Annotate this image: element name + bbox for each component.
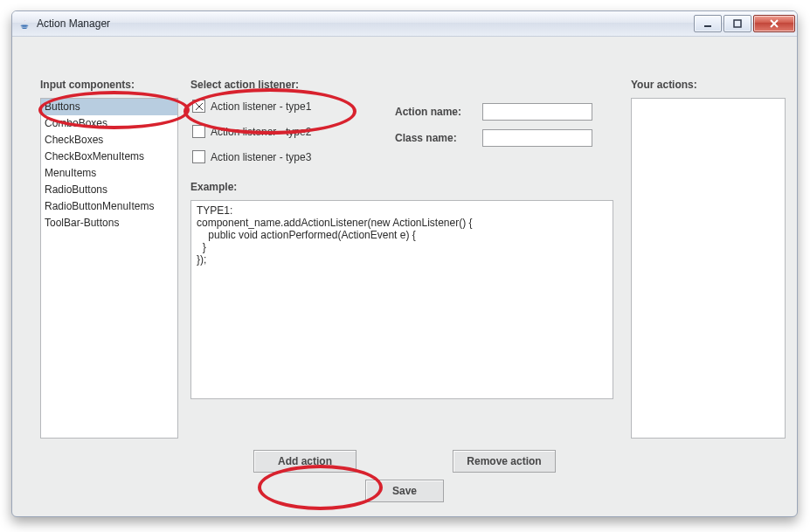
your-actions-heading: Your actions: [631, 79, 784, 91]
select-listener-heading: Select action listener: [190, 79, 610, 91]
input-components-panel: Input components: ButtonsComboBoxesCheck… [40, 79, 180, 439]
save-button[interactable]: Save [365, 480, 444, 502]
maximize-button[interactable] [723, 15, 751, 32]
input-component-item[interactable]: Buttons [41, 99, 177, 115]
action-name-label: Action name: [395, 106, 482, 118]
input-component-item[interactable]: RadioButtonMenuItems [41, 198, 177, 215]
your-actions-panel: Your actions: [631, 79, 784, 439]
input-component-item[interactable]: MenuItems [41, 165, 177, 182]
class-name-label: Class name: [395, 132, 482, 144]
minimize-button[interactable] [694, 15, 722, 32]
input-component-item[interactable]: CheckBoxes [41, 132, 177, 149]
example-heading: Example: [190, 181, 610, 193]
titlebar[interactable]: Action Manager [12, 11, 797, 37]
action-fields: Action name: Class name: [395, 103, 592, 155]
input-component-item[interactable]: ToolBar-Buttons [41, 215, 177, 231]
listener-label: Action listener - type3 [211, 151, 311, 163]
window-frame: Action Manager Input components: Buttons… [11, 10, 798, 517]
input-components-list[interactable]: ButtonsComboBoxesCheckBoxesCheckBoxMenuI… [40, 98, 178, 439]
example-code-box[interactable]: TYPE1: component_name.addActionListener(… [190, 200, 613, 399]
listener-label: Action listener - type1 [211, 100, 311, 113]
remove-action-button[interactable]: Remove action [453, 450, 556, 473]
svg-rect-1 [734, 20, 741, 27]
window-title: Action Manager [37, 17, 110, 30]
listener-checkbox[interactable] [192, 100, 205, 113]
input-components-heading: Input components: [40, 79, 180, 91]
java-icon [17, 17, 31, 31]
input-component-item[interactable]: ComboBoxes [41, 115, 177, 132]
class-name-input[interactable] [482, 129, 592, 147]
listener-checkbox[interactable] [192, 150, 205, 163]
input-component-item[interactable]: CheckBoxMenuItems [41, 149, 177, 165]
action-name-input[interactable] [482, 103, 592, 121]
close-button[interactable] [753, 15, 795, 32]
listener-label: Action listener - type2 [211, 126, 311, 138]
listener-checkbox[interactable] [192, 125, 205, 138]
your-actions-list[interactable] [631, 98, 786, 439]
add-action-button[interactable]: Add action [253, 450, 357, 473]
input-component-item[interactable]: RadioButtons [41, 182, 177, 198]
svg-rect-0 [704, 25, 711, 27]
